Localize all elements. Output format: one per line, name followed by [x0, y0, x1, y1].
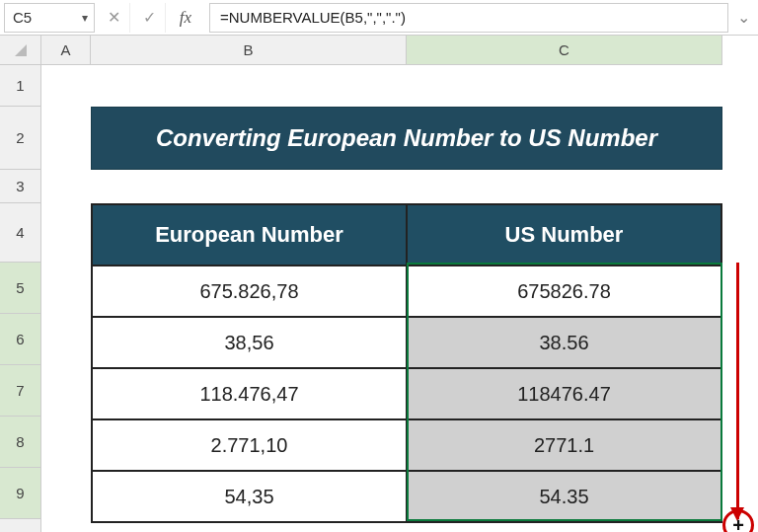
- cell-C8[interactable]: 2771.1: [408, 420, 720, 470]
- row-header-4[interactable]: 4: [0, 203, 40, 263]
- row-header-7[interactable]: 7: [0, 365, 40, 417]
- column-headers: A B C: [41, 36, 722, 65]
- cell-C5[interactable]: 675826.78: [408, 266, 720, 316]
- select-all-corner[interactable]: [0, 36, 41, 65]
- cell-B5[interactable]: 675.826,78: [93, 266, 408, 316]
- data-table: European Number US Number 675.826,78 675…: [91, 203, 722, 523]
- table-row: 38,56 38.56: [93, 316, 720, 367]
- col-header-B[interactable]: B: [91, 36, 407, 64]
- cell-B9[interactable]: 54,35: [93, 472, 408, 521]
- name-box[interactable]: C5 ▾: [4, 3, 95, 33]
- row-header-5[interactable]: 5: [0, 263, 40, 314]
- col-european-number[interactable]: European Number: [93, 205, 408, 265]
- chevron-down-icon[interactable]: ▾: [82, 11, 88, 25]
- page-title: Converting European Number to US Number: [156, 124, 657, 152]
- worksheet-area[interactable]: Converting European Number to US Number …: [41, 65, 758, 532]
- cancel-icon[interactable]: ✕: [99, 3, 130, 33]
- table-row: 2.771,10 2771.1: [93, 418, 720, 470]
- fill-handle-annotation: +: [722, 509, 754, 532]
- row-header-3[interactable]: 3: [0, 170, 40, 203]
- col-header-A[interactable]: A: [41, 36, 91, 64]
- title-banner: Converting European Number to US Number: [91, 107, 722, 170]
- formula-input[interactable]: =NUMBERVALUE(B5,",","."): [209, 3, 728, 33]
- cell-C9[interactable]: 54.35: [408, 472, 720, 521]
- row-header-8[interactable]: 8: [0, 417, 40, 468]
- fill-drag-arrow-annotation: [736, 263, 739, 519]
- formula-text: =NUMBERVALUE(B5,",","."): [220, 9, 406, 26]
- fill-cursor-icon: +: [732, 514, 744, 533]
- col-us-number[interactable]: US Number: [408, 205, 720, 265]
- row-header-9[interactable]: 9: [0, 468, 40, 519]
- row-header-2[interactable]: 2: [0, 107, 40, 170]
- row-header-6[interactable]: 6: [0, 314, 40, 365]
- table-header-row: European Number US Number: [93, 205, 720, 265]
- expand-formula-icon[interactable]: ⌄: [732, 8, 754, 27]
- cell-B8[interactable]: 2.771,10: [93, 420, 408, 470]
- cell-B6[interactable]: 38,56: [93, 318, 408, 367]
- name-box-value: C5: [13, 9, 32, 26]
- cell-C6[interactable]: 38.56: [408, 318, 720, 367]
- table-row: 54,35 54.35: [93, 470, 720, 521]
- row-header-1[interactable]: 1: [0, 65, 40, 107]
- formula-bar: C5 ▾ ✕ ✓ fx =NUMBERVALUE(B5,",",".") ⌄: [0, 0, 758, 36]
- table-row: 675.826,78 675826.78: [93, 265, 720, 316]
- fx-icon[interactable]: fx: [170, 3, 201, 33]
- cell-B7[interactable]: 118.476,47: [93, 369, 408, 418]
- row-headers: 1 2 3 4 5 6 7 8 9: [0, 65, 41, 532]
- table-row: 118.476,47 118476.47: [93, 367, 720, 418]
- cell-C7[interactable]: 118476.47: [408, 369, 720, 418]
- col-header-C[interactable]: C: [407, 36, 722, 64]
- confirm-icon[interactable]: ✓: [134, 3, 166, 33]
